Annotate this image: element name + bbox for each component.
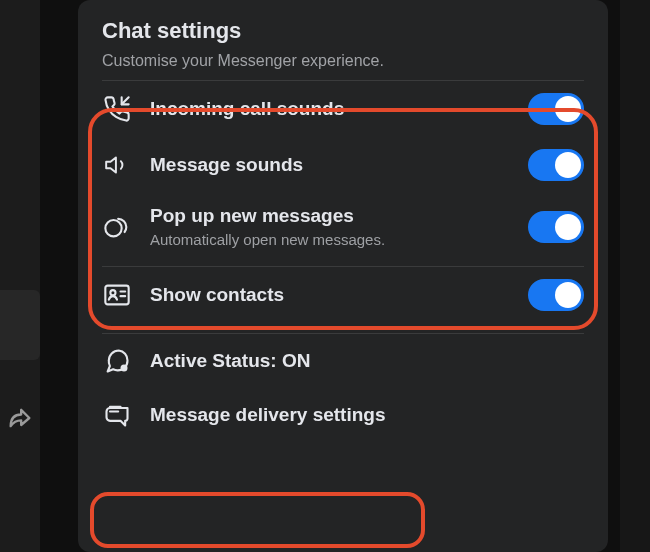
- speaker-icon: [102, 150, 132, 180]
- chat-settings-panel: Chat settings Customise your Messenger e…: [78, 0, 608, 552]
- share-icon[interactable]: [6, 404, 34, 432]
- phone-incoming-icon: [102, 94, 132, 124]
- chat-bubbles-icon: [102, 212, 132, 242]
- svg-point-2: [105, 220, 121, 236]
- message-delivery-settings-label: Message delivery settings: [150, 404, 584, 426]
- svg-rect-3: [105, 286, 128, 305]
- popup-new-messages-label: Pop up new messages: [150, 205, 510, 227]
- row-incoming-call-sounds[interactable]: Incoming call sounds: [102, 81, 584, 137]
- popup-new-messages-sub: Automatically open new messages.: [150, 231, 510, 248]
- message-lines-icon: [102, 400, 132, 430]
- svg-point-4: [110, 290, 115, 295]
- message-sounds-toggle[interactable]: [528, 149, 584, 181]
- contact-card-icon: [102, 280, 132, 310]
- row-show-contacts[interactable]: Show contacts: [102, 267, 584, 323]
- right-edge-strip: [620, 0, 650, 552]
- show-contacts-label: Show contacts: [150, 284, 510, 306]
- svg-marker-1: [106, 157, 116, 172]
- incoming-call-sounds-label: Incoming call sounds: [150, 98, 510, 120]
- row-message-delivery-settings[interactable]: Message delivery settings: [102, 388, 584, 448]
- left-sidebar-strip: [0, 0, 40, 552]
- popup-new-messages-toggle[interactable]: [528, 211, 584, 243]
- row-popup-new-messages[interactable]: Pop up new messages Automatically open n…: [102, 193, 584, 260]
- row-message-sounds[interactable]: Message sounds: [102, 137, 584, 193]
- row-active-status[interactable]: Active Status: ON: [102, 334, 584, 388]
- incoming-call-sounds-toggle[interactable]: [528, 93, 584, 125]
- active-status-label: Active Status: ON: [150, 350, 584, 372]
- show-contacts-toggle[interactable]: [528, 279, 584, 311]
- chat-bubble-icon: [102, 346, 132, 376]
- page-subtitle: Customise your Messenger experience.: [102, 52, 584, 70]
- svg-point-7: [121, 365, 128, 372]
- page-title: Chat settings: [102, 18, 584, 44]
- message-sounds-label: Message sounds: [150, 154, 510, 176]
